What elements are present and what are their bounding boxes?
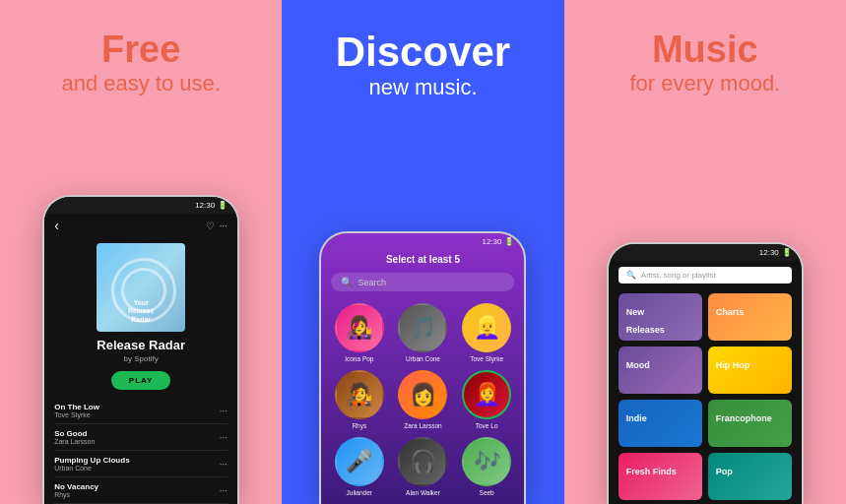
artist-name-9: Seeb	[480, 489, 494, 496]
category-fresh-finds[interactable]: Fresh Finds	[618, 453, 702, 500]
artist-name-2: Urban Cone	[406, 355, 440, 362]
track-artist-2: Zara Larsson	[54, 438, 95, 445]
left-title: Free	[101, 30, 180, 71]
track-name-1: On The Low	[54, 403, 99, 411]
album-label: YourReleaseRadar	[128, 299, 154, 324]
category-new-releases[interactable]: NewReleases	[618, 293, 702, 341]
center-title: Discover	[336, 30, 510, 75]
categories-grid: NewReleases Charts Mood Hip Hop Indie Fr…	[609, 289, 802, 504]
track-more-1[interactable]: ···	[220, 406, 228, 416]
search-icon-right: 🔍	[626, 271, 636, 280]
artist-item[interactable]: 👩‍🎤 Icona Pop	[331, 303, 387, 362]
cat-label-new-releases: NewReleases	[626, 307, 665, 335]
track-more-4[interactable]: ···	[220, 485, 228, 496]
release-radar-title: Release Radar	[44, 338, 237, 352]
center-phone: 12:30 🔋 Select at least 5 🔍 Search 👩‍🎤 I…	[319, 231, 526, 504]
artist-item[interactable]: 🎵 Urban Cone	[395, 303, 451, 362]
cat-label-fresh-finds: Fresh Finds	[626, 467, 677, 476]
track-list: On The Low Tove Styrke ··· So Good Zara …	[44, 398, 237, 504]
cat-label-charts: Charts	[716, 307, 745, 317]
track-item: On The Low Tove Styrke ···	[54, 398, 228, 424]
center-status-bar: 12:30 🔋	[321, 233, 524, 250]
right-phone: 12:30 🔋 🔍 Artist, song or playlist NewRe…	[607, 242, 804, 504]
back-button[interactable]: ‹	[54, 218, 59, 233]
track-item: Pumping Up Clouds Urban Cone ···	[54, 451, 228, 477]
right-search-placeholder: Artist, song or playlist	[641, 271, 716, 280]
track-item: So Good Zara Larsson ···	[54, 424, 228, 451]
artist-item[interactable]: 🎧 Alan Walker	[395, 437, 451, 496]
left-phone-header: ‹ ♡ ···	[44, 214, 237, 237]
play-button[interactable]: PLAY	[111, 371, 170, 390]
artist-name-6: Tove Lo	[476, 422, 498, 429]
artist-item[interactable]: 🧑‍🎤 Rhys	[331, 370, 387, 429]
track-more-3[interactable]: ···	[220, 459, 228, 470]
track-artist-1: Tove Styrke	[54, 411, 99, 418]
center-search-bar[interactable]: 🔍 Search	[331, 273, 514, 291]
left-panel: Free and easy to use. 12:30 🔋 ‹ ♡ ··· Yo…	[0, 0, 282, 504]
artist-item[interactable]: 👩‍🦰 Tove Lo	[459, 370, 515, 429]
artist-circle-1: 👩‍🎤	[335, 303, 384, 352]
right-search-bar[interactable]: 🔍 Artist, song or playlist	[618, 267, 792, 284]
artist-item[interactable]: 👱‍♀️ Tove Styrke	[459, 303, 515, 362]
left-phone: 12:30 🔋 ‹ ♡ ··· YourReleaseRadar Release…	[42, 195, 239, 504]
left-status-bar: 12:30 🔋	[44, 197, 237, 214]
category-mood[interactable]: Mood	[618, 346, 702, 394]
heart-icon[interactable]: ♡	[206, 220, 215, 231]
artist-circle-8: 🎧	[398, 437, 447, 486]
left-status-time: 12:30	[195, 201, 215, 210]
artist-name-4: Rhys	[352, 422, 366, 429]
category-hip-hop[interactable]: Hip Hop	[708, 346, 792, 394]
center-subtitle: new music.	[368, 75, 477, 100]
track-more-2[interactable]: ···	[220, 432, 228, 443]
category-indie[interactable]: Indie	[618, 400, 702, 447]
cat-label-indie: Indie	[626, 413, 647, 423]
artist-item[interactable]: 🎤 Juliander	[331, 437, 387, 496]
artist-circle-4: 🧑‍🎤	[335, 370, 384, 419]
cat-label-mood: Mood	[626, 360, 650, 370]
center-search-placeholder: Search	[358, 278, 386, 287]
album-art: YourReleaseRadar	[97, 243, 185, 332]
artist-circle-6: 👩‍🦰	[462, 370, 511, 419]
artist-circle-7: 🎤	[335, 437, 384, 486]
left-subtitle: and easy to use.	[61, 71, 220, 96]
artist-item[interactable]: 🎶 Seeb	[459, 437, 515, 496]
cat-label-hip-hop: Hip Hop	[716, 360, 750, 370]
artist-name-7: Juliander	[347, 489, 372, 496]
right-panel: Music for every mood. 12:30 🔋 🔍 Artist, …	[564, 0, 846, 504]
track-name-4: No Vacancy	[54, 482, 98, 491]
category-charts[interactable]: Charts	[708, 293, 792, 341]
track-name-2: So Good	[54, 429, 95, 438]
battery-icon-c: 🔋	[504, 237, 514, 246]
center-panel: Discover new music. 12:30 🔋 Select at le…	[282, 0, 563, 504]
artist-item[interactable]: 👩 Zara Larsson	[395, 370, 451, 429]
release-radar-by: by Spotify	[44, 354, 237, 363]
track-artist-4: Rhys	[54, 491, 98, 498]
artist-name-8: Alan Walker	[406, 489, 440, 496]
artist-circle-3: 👱‍♀️	[462, 303, 511, 352]
battery-icon-r: 🔋	[782, 248, 792, 257]
artists-grid: 👩‍🎤 Icona Pop 🎵 Urban Cone 👱‍♀️ Tove Sty…	[321, 295, 524, 504]
artist-name-3: Tove Styrke	[470, 355, 503, 362]
artist-name-1: Icona Pop	[345, 355, 373, 362]
artist-circle-5: 👩	[398, 370, 447, 419]
header-icons: ♡ ···	[206, 220, 228, 231]
right-subtitle: for every mood.	[629, 71, 780, 96]
category-pop[interactable]: Pop	[708, 453, 792, 500]
track-item: No Vacancy Rhys ···	[54, 477, 228, 504]
category-francophone[interactable]: Francophone	[708, 400, 792, 447]
right-title: Music	[652, 30, 758, 71]
right-status-time: 12:30	[759, 248, 779, 257]
right-status-bar: 12:30 🔋	[609, 244, 802, 261]
cat-label-francophone: Francophone	[716, 413, 772, 423]
artist-circle-2: 🎵	[398, 303, 447, 352]
genre-select-title: Select at least 5	[321, 250, 524, 269]
center-status-time: 12:30	[482, 237, 501, 246]
artist-name-5: Zara Larsson	[404, 422, 441, 429]
artist-circle-9: 🎶	[462, 437, 511, 486]
search-icon-center: 🔍	[341, 277, 353, 287]
battery-icon: 🔋	[218, 201, 228, 210]
cat-label-pop: Pop	[716, 467, 733, 476]
track-artist-3: Urban Cone	[54, 465, 129, 472]
more-icon[interactable]: ···	[220, 220, 228, 231]
track-name-3: Pumping Up Clouds	[54, 456, 129, 465]
